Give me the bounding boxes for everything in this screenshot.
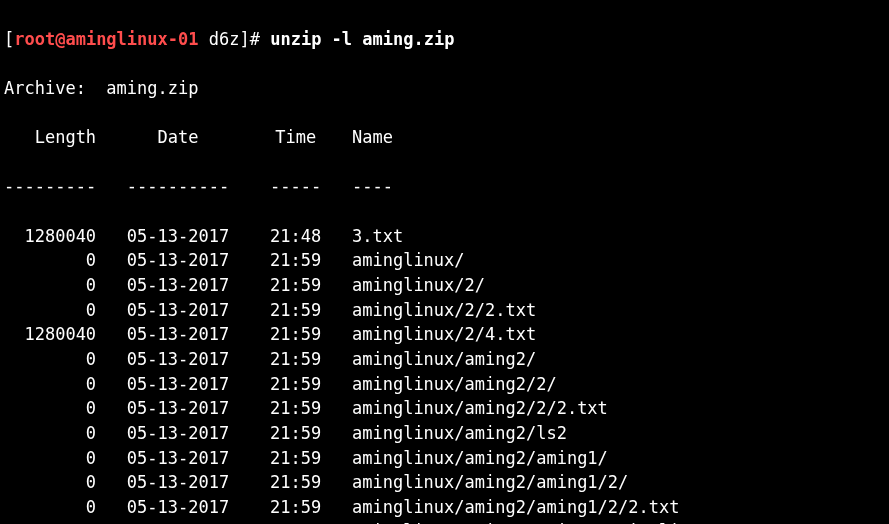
row-name: 3.txt (352, 224, 403, 249)
file-rows: 128004005-13-201721:483.txt005-13-201721… (4, 224, 885, 524)
row-time: 21:59 (260, 495, 332, 520)
separator-top: ---------------------------- (4, 174, 885, 199)
row-length: 0 (4, 470, 96, 495)
command-text: unzip -l aming.zip (270, 29, 454, 49)
file-row: 005-13-201721:59aminglinux/aming2/aming1… (4, 495, 885, 520)
row-length: 1280040 (4, 224, 96, 249)
row-date: 05-13-2017 (117, 347, 240, 372)
header-time: Time (260, 125, 332, 150)
file-row: 005-13-201721:59aminglinux/aming2/aming1… (4, 446, 885, 471)
row-length: 0 (4, 421, 96, 446)
file-row: 005-13-201721:59aminglinux/aming2/2/2.tx… (4, 396, 885, 421)
header-length: Length (4, 125, 96, 150)
row-name: aminglinux/aming2/aming1/aminglinux/ (352, 519, 720, 524)
row-name: aminglinux/2/2.txt (352, 298, 536, 323)
row-length: 0 (4, 273, 96, 298)
file-row: 005-13-201721:59aminglinux/ (4, 248, 885, 273)
row-date: 05-13-2017 (117, 372, 240, 397)
file-row: 005-13-201721:59aminglinux/2/2.txt (4, 298, 885, 323)
row-time: 21:59 (260, 396, 332, 421)
row-length: 0 (4, 396, 96, 421)
row-time: 21:48 (260, 224, 332, 249)
row-time: 21:59 (260, 470, 332, 495)
row-length: 0 (4, 372, 96, 397)
row-name: aminglinux/2/ (352, 273, 485, 298)
archive-line: Archive: aming.zip (4, 76, 885, 101)
file-row: 005-13-201721:59aminglinux/aming2/aming1… (4, 519, 885, 524)
prompt-cwd: d6z (209, 29, 240, 49)
row-name: aminglinux/aming2/ (352, 347, 536, 372)
row-time: 21:59 (260, 519, 332, 524)
row-length: 0 (4, 298, 96, 323)
row-time: 21:59 (260, 372, 332, 397)
file-row: 005-13-201721:59aminglinux/aming2/ls2 (4, 421, 885, 446)
file-row: 128004005-13-201721:483.txt (4, 224, 885, 249)
row-name: aminglinux/aming2/aming1/2/2.txt (352, 495, 680, 520)
row-date: 05-13-2017 (117, 470, 240, 495)
header-name: Name (352, 125, 393, 150)
file-row: 005-13-201721:59aminglinux/aming2/2/ (4, 372, 885, 397)
row-time: 21:59 (260, 322, 332, 347)
row-date: 05-13-2017 (117, 273, 240, 298)
row-length: 0 (4, 248, 96, 273)
row-name: aminglinux/aming2/2/2.txt (352, 396, 608, 421)
row-date: 05-13-2017 (117, 396, 240, 421)
row-time: 21:59 (260, 298, 332, 323)
row-name: aminglinux/aming2/ls2 (352, 421, 567, 446)
row-length: 1280040 (4, 322, 96, 347)
row-name: aminglinux/aming2/2/ (352, 372, 557, 397)
row-length: 0 (4, 519, 96, 524)
row-time: 21:59 (260, 347, 332, 372)
header-date: Date (117, 125, 240, 150)
row-length: 0 (4, 347, 96, 372)
row-date: 05-13-2017 (117, 224, 240, 249)
file-row: 005-13-201721:59aminglinux/aming2/ (4, 347, 885, 372)
row-time: 21:59 (260, 273, 332, 298)
row-date: 05-13-2017 (117, 298, 240, 323)
row-name: aminglinux/aming2/aming1/ (352, 446, 608, 471)
row-date: 05-13-2017 (117, 519, 240, 524)
row-name: aminglinux/2/4.txt (352, 322, 536, 347)
row-time: 21:59 (260, 248, 332, 273)
prompt-line[interactable]: [root@aminglinux-01 d6z]# unzip -l aming… (4, 27, 885, 52)
header-row: LengthDateTimeName (4, 125, 885, 150)
file-row: 005-13-201721:59aminglinux/2/ (4, 273, 885, 298)
row-name: aminglinux/aming2/aming1/2/ (352, 470, 628, 495)
file-row: 005-13-201721:59aminglinux/aming2/aming1… (4, 470, 885, 495)
row-date: 05-13-2017 (117, 495, 240, 520)
row-name: aminglinux/ (352, 248, 465, 273)
row-date: 05-13-2017 (117, 248, 240, 273)
row-date: 05-13-2017 (117, 446, 240, 471)
row-length: 0 (4, 446, 96, 471)
prompt-symbol: # (250, 29, 260, 49)
terminal-output: [root@aminglinux-01 d6z]# unzip -l aming… (0, 0, 889, 524)
prompt-user-host: root@aminglinux-01 (14, 29, 198, 49)
file-row: 128004005-13-201721:59aminglinux/2/4.txt (4, 322, 885, 347)
row-date: 05-13-2017 (117, 322, 240, 347)
row-date: 05-13-2017 (117, 421, 240, 446)
row-length: 0 (4, 495, 96, 520)
row-time: 21:59 (260, 421, 332, 446)
row-time: 21:59 (260, 446, 332, 471)
